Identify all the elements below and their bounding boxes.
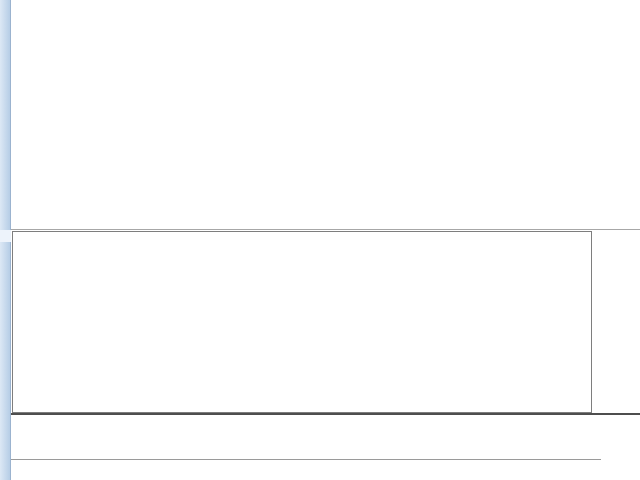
scroll-down-icon[interactable] [625,214,637,226]
deposit-load-curve [12,415,592,459]
chart-legend [16,233,29,260]
date-axis [11,461,640,471]
report-table [11,0,640,228]
strategy-tester-report [0,0,640,480]
chart-plot-area [12,231,592,413]
close-icon[interactable] [0,230,11,242]
date-axis-line [11,459,601,460]
balance-equity-chart-panel [11,229,640,480]
balance-equity-curves [13,232,591,412]
deposit-load-plot [12,415,592,459]
